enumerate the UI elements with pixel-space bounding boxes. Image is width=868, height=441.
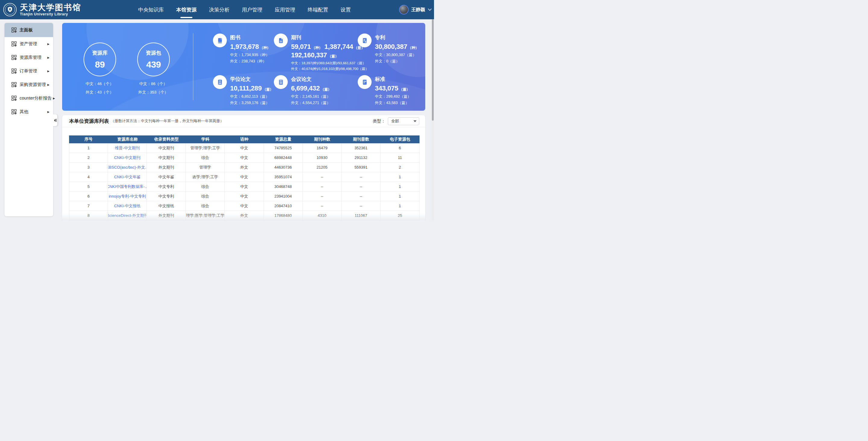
chinese-count: 中文：46（个）: [74, 81, 125, 87]
chinese-count: 中文：86（个）: [128, 81, 179, 87]
cell-language: 中文: [225, 192, 264, 201]
stat-chinese: 中文：1,734,935（种）: [230, 53, 272, 58]
cell-journal-volumes: 291132: [342, 153, 381, 162]
cell-journal-volumes: 352361: [342, 143, 381, 153]
repository-link[interactable]: CNKI-中文报纸: [108, 201, 147, 211]
chevron-right-icon: ▶: [48, 83, 50, 86]
nav-item[interactable]: 应用管理: [275, 0, 295, 19]
nav-item[interactable]: 用户管理: [242, 0, 262, 19]
dashboard-icon: [11, 68, 17, 73]
cell-material-type: 外文期刊: [147, 163, 186, 172]
cell-language: 中文: [225, 201, 264, 211]
chevron-right-icon: ▶: [48, 111, 50, 114]
cell-total: 17868480: [264, 211, 303, 220]
table-header-cell: 电子资源包: [381, 135, 420, 143]
sidebar-item[interactable]: 主面板: [4, 23, 53, 37]
cell-epackages: 25: [381, 211, 420, 220]
repository-link[interactable]: ScienceDirect-外文期刊: [108, 211, 147, 220]
cell-discipline: 综合: [186, 182, 225, 191]
cell-journal-titles: 10930: [303, 153, 342, 162]
avatar[interactable]: [399, 5, 409, 14]
cell-language: 外文: [225, 211, 264, 220]
user-menu[interactable]: 王静颖: [399, 0, 432, 19]
sidebar-item[interactable]: 资产管理 ▶: [4, 37, 53, 51]
cell-material-type: 外文期刊: [147, 211, 186, 220]
library-title: 天津大学图书馆: [20, 3, 81, 11]
scrollbar-thumb[interactable]: [432, 19, 434, 121]
table-header-cell: 期刊册数: [342, 135, 381, 143]
stat-foreign: 外文：43,583（篇）: [375, 100, 412, 105]
chevron-down-icon: [428, 8, 432, 11]
nav-item[interactable]: 决策分析: [209, 0, 229, 19]
page-scrollbar[interactable]: [432, 19, 434, 220]
stat-title: 专利: [375, 34, 421, 41]
stat-total: 6,699,432（篇）: [291, 85, 333, 92]
sidebar-item-label: 采购资源管理: [20, 82, 46, 88]
cell-journal-titles: --: [303, 172, 342, 182]
stat-title: 期刊: [291, 34, 369, 41]
type-select[interactable]: 全部: [388, 117, 419, 125]
repository-link[interactable]: 维普-中文期刊: [108, 143, 147, 153]
nav-item[interactable]: 设置: [341, 0, 351, 19]
table-row: 5 CNKI中国专利数据库-... 中文专利 综合 中文 30468748 --…: [69, 182, 420, 192]
dashboard-icon: [11, 27, 17, 33]
dashboard-icon: [11, 109, 17, 114]
stat-books: 图书 1,973,678（种） 中文：1,734,935（种） 外文：238,7…: [213, 33, 272, 64]
cell-language: 外文: [225, 163, 264, 172]
stat-chinese: 中文：6,852,113（篇）: [230, 94, 275, 99]
cell-material-type: 中文专利: [147, 192, 186, 201]
nav-item[interactable]: 终端配置: [308, 0, 328, 19]
cell-epackages: 2: [381, 163, 420, 172]
cell-epackages: 1: [381, 182, 420, 191]
sidebar-item[interactable]: 订单管理 ▶: [4, 64, 53, 78]
sidebar-item[interactable]: 其他 ▶: [4, 105, 53, 119]
cell-journal-volumes: 559391: [342, 163, 381, 172]
cell-language: 中文: [225, 182, 264, 191]
stat-standards: 标准 343,075（篇） 中文：299,492（篇） 外文：43,583（篇）: [358, 75, 412, 105]
sidebar-item[interactable]: 采购资源管理 ▶: [4, 78, 53, 91]
repository-link[interactable]: EBSCO(asc/bsc)-外文...: [108, 163, 147, 172]
table-header-cell: 资源总量: [264, 135, 303, 143]
repository-link[interactable]: innojoy专利-中文专利: [108, 192, 147, 201]
stat-total: 343,075（篇）: [375, 85, 412, 92]
repository-link[interactable]: CNKI-中文年鉴: [108, 172, 147, 182]
nav-item[interactable]: 中央知识库: [138, 0, 164, 19]
repository-link[interactable]: CNKI中国专利数据库-...: [108, 182, 147, 191]
cell-discipline: 管理学: [186, 163, 225, 172]
stat-total: 1,973,678（种）: [230, 43, 272, 51]
card-title: 本单位资源库列表: [69, 118, 109, 125]
dashboard-icon: [11, 41, 17, 46]
svg-text:MEET: MEET: [279, 80, 282, 81]
table-header-cell: 资源库名称: [108, 135, 147, 143]
repository-list-card: 本单位资源库列表 （册数计算方法：中文刊每种一年算一册，外文刊每种一年算两册） …: [62, 115, 425, 220]
sidebar-item[interactable]: 资源库管理 ▶: [4, 51, 53, 64]
cell-epackages: 1: [381, 192, 420, 201]
foreign-count: 外文：353（个）: [128, 90, 179, 95]
sidebar-item[interactable]: counter分析报告 ▶: [4, 91, 53, 105]
stat-foreign: 外文：4,554,271（篇）: [291, 100, 333, 105]
table-row: 1 维普-中文期刊 中文期刊 管理学;理学;工学 中文 74785525 164…: [69, 143, 420, 153]
gauge-title: 资源包: [146, 50, 161, 56]
cell-index: 1: [69, 143, 108, 153]
cell-total: 30468748: [264, 182, 303, 191]
stat-total: 30,800,387（种）: [375, 43, 421, 51]
stat-conference-papers: MEET 会议论文 6,699,432（篇） 中文：2,145,161（篇） 外…: [274, 75, 333, 105]
chevron-right-icon: ▶: [53, 97, 55, 100]
card-header: 本单位资源库列表 （册数计算方法：中文刊每种一年算一册，外文刊每种一年算两册） …: [62, 115, 425, 127]
stat-total: 10,111,289（篇）: [230, 85, 275, 92]
table-row: 7 CNKI-中文报纸 中文报纸 综合 中文 20847410 -- -- 1: [69, 201, 420, 211]
stat-journals: 期刊 59,071（种）1,387,744（册） 192,160,337（篇） …: [274, 33, 369, 71]
cell-index: 3: [69, 163, 108, 172]
cell-discipline: 综合: [186, 153, 225, 162]
dashboard-icon: [11, 96, 17, 101]
sidebar-collapse-button[interactable]: [53, 114, 57, 126]
table-row: 8 ScienceDirect-外文期刊 外文期刊 理学;医学;管理学;工学 外…: [69, 211, 420, 220]
package-gauge-breakdown: 中文：86（个） 外文：353（个）: [128, 81, 179, 95]
standard-icon: [358, 75, 372, 89]
nav-item[interactable]: 本馆资源: [176, 0, 197, 19]
gauge-value: 89: [95, 59, 105, 70]
card-note: （册数计算方法：中文刊每种一年算一册，外文刊每种一年算两册）: [111, 119, 224, 124]
cell-total: 68982448: [264, 153, 303, 162]
repository-link[interactable]: CNKI-中文期刊: [108, 153, 147, 162]
cell-journal-titles: --: [303, 192, 342, 201]
